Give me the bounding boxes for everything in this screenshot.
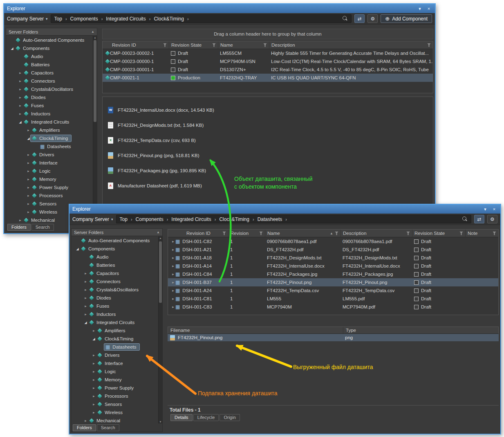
- expand-icon[interactable]: ▸: [171, 288, 175, 293]
- expand-icon[interactable]: ▸: [18, 87, 22, 91]
- sync-button[interactable]: ⇄: [474, 215, 484, 223]
- scroll-up-icon[interactable]: ▲: [93, 36, 97, 39]
- expand-icon[interactable]: ▸: [83, 296, 88, 300]
- server-selector[interactable]: Company Server ▾: [7, 16, 48, 22]
- expand-icon[interactable]: ▸: [171, 305, 175, 309]
- tree-item-connectors[interactable]: ▸Connectors: [72, 277, 158, 286]
- tree-item-components[interactable]: ◢Components: [7, 44, 92, 52]
- column-header-note[interactable]: Note: [465, 230, 498, 237]
- tab-lifecycle[interactable]: Lifecycle: [193, 414, 219, 421]
- tree-item-batteries[interactable]: Batteries: [7, 61, 92, 69]
- tree-item-logic[interactable]: ▸Logic: [72, 367, 158, 376]
- expand-icon[interactable]: ▸: [171, 280, 175, 284]
- tree-item-sensors[interactable]: ▸Sensors: [72, 400, 158, 408]
- expand-icon[interactable]: ▸: [18, 104, 22, 108]
- panel-dropdown-icon[interactable]: ▾: [482, 207, 488, 212]
- server-selector[interactable]: Company Server ▾: [72, 216, 113, 222]
- expand-icon[interactable]: ▸: [18, 218, 22, 222]
- tree-item-fuses[interactable]: ▸Fuses: [72, 302, 158, 310]
- component-row-lm555cm[interactable]: CMP-00023-00002-1DraftLM555CMHighly Stab…: [103, 49, 433, 57]
- tree-item-power-supply[interactable]: ▸Power Supply: [7, 183, 92, 191]
- tree-item-wireless[interactable]: ▸Wireless: [72, 408, 158, 417]
- breadcrumb-item-top[interactable]: Top: [120, 216, 128, 222]
- tab-search[interactable]: Search: [97, 424, 119, 431]
- expand-icon[interactable]: ▸: [92, 361, 96, 365]
- column-header-revision[interactable]: Revision: [228, 230, 265, 237]
- expand-icon[interactable]: ▸: [171, 248, 175, 252]
- tree-item-datasheets[interactable]: ▦Datasheets: [7, 142, 92, 151]
- datasheet-row-dsh-001-c84[interactable]: ▸▦DSH-001-C841FT4232H_Packages.jpgFT4232…: [168, 270, 498, 278]
- component-row-mcp7940m-i-sn[interactable]: CMP-00023-00000-1DraftMCP7940M-I/SNLow-C…: [103, 57, 433, 65]
- tree-item-mechanical[interactable]: ▸Mechanical: [72, 417, 158, 423]
- column-header-type[interactable]: Type: [343, 327, 498, 333]
- filter-funnel-icon[interactable]: [459, 232, 463, 235]
- filter-funnel-icon[interactable]: [259, 232, 263, 235]
- expand-icon[interactable]: ▸: [92, 410, 96, 414]
- tree-item-integrated-circuits[interactable]: ◢Integrated Circuits: [7, 118, 92, 126]
- expand-icon[interactable]: ▸: [26, 153, 31, 157]
- tree-item-drivers[interactable]: ▸Drivers: [7, 151, 92, 159]
- close-icon[interactable]: ×: [491, 207, 497, 212]
- filter-funnel-icon[interactable]: [493, 232, 496, 235]
- tree-item-crystals-oscillators[interactable]: ▸Crystals&Oscillators: [7, 85, 92, 93]
- attachment-item-ft4232h-internaluse-docx[interactable]: WFT4232H_InternalUse.docx (docx, 14.543 …: [103, 102, 433, 117]
- expand-icon[interactable]: ▸: [26, 161, 31, 165]
- tree-item-drivers[interactable]: ▸Drivers: [72, 351, 158, 359]
- component-row-ft4232hq-tray[interactable]: CMP-00021-1ProductionFT4232HQ-TRAYIC USB…: [103, 74, 433, 82]
- server-folders-header[interactable]: Server Folders ▲: [6, 28, 97, 36]
- scroll-up-icon[interactable]: ▲: [159, 237, 162, 239]
- filter-funnel-icon[interactable]: [212, 43, 216, 47]
- scroll-down-icon[interactable]: ▼: [159, 421, 162, 423]
- column-header-revision-state[interactable]: Revision State: [412, 230, 465, 237]
- tree-item-clock-timing[interactable]: ◢Clock&Timing: [72, 335, 158, 343]
- expand-icon[interactable]: ▸: [26, 177, 31, 181]
- expand-icon[interactable]: ▸: [92, 329, 96, 333]
- datasheet-file-row[interactable]: FT4232H_Pinout.pngpng: [168, 334, 499, 341]
- breadcrumb-item-clock-timing[interactable]: Clock&Timing: [154, 16, 184, 22]
- tree-item-diodes[interactable]: ▸Diodes: [7, 93, 92, 101]
- tree-item-crystals-oscillators[interactable]: ▸Crystals&Oscillators: [72, 286, 158, 294]
- expand-icon[interactable]: ▸: [83, 288, 88, 292]
- filter-funnel-icon[interactable]: [263, 43, 267, 47]
- tree-item-capacitors[interactable]: ▸Capacitors: [7, 69, 92, 77]
- datasheet-row-dsh-001-c82[interactable]: ▸▦DSH-001-C8210900766b8078aea1.pdf090076…: [168, 237, 498, 246]
- tree-scrollbar[interactable]: ▲ ▼: [158, 237, 162, 423]
- filter-funnel-icon[interactable]: [427, 43, 431, 47]
- search-icon[interactable]: [462, 216, 468, 222]
- column-header-revision-id[interactable]: Revision ID: [103, 41, 169, 49]
- scrollbar-thumb[interactable]: [159, 241, 162, 303]
- close-icon[interactable]: ×: [426, 6, 432, 11]
- expand-icon[interactable]: ▸: [83, 419, 88, 423]
- tab-origin[interactable]: Origin: [220, 414, 240, 421]
- expand-icon[interactable]: ▸: [92, 386, 96, 390]
- settings-button[interactable]: ⚙: [487, 215, 497, 223]
- tree-item-clock-timing[interactable]: ◢Clock&Timing: [7, 134, 92, 142]
- expand-icon[interactable]: ▸: [92, 353, 96, 357]
- expand-icon[interactable]: ▸: [171, 297, 175, 301]
- tree-item-inductors[interactable]: ▸Inductors: [72, 310, 158, 318]
- expand-icon[interactable]: ▸: [171, 272, 175, 276]
- tree-item-processors[interactable]: ▸Processors: [72, 392, 158, 400]
- tree-item-diodes[interactable]: ▸Diodes: [72, 294, 158, 302]
- expand-icon[interactable]: ▸: [83, 271, 88, 275]
- tree-item-amplifiers[interactable]: ▸Amplifiers: [72, 327, 158, 335]
- settings-button[interactable]: ⚙: [367, 14, 378, 23]
- expand-icon[interactable]: ▸: [92, 369, 96, 374]
- tree-item-connectors[interactable]: ▸Connectors: [7, 77, 92, 85]
- collapse-icon[interactable]: ◢: [83, 321, 88, 324]
- window2-titlebar[interactable]: Explorer ▾ ×: [69, 205, 500, 214]
- column-header-description[interactable]: Description: [340, 230, 412, 237]
- expand-icon[interactable]: ▸: [18, 112, 22, 116]
- column-header-name[interactable]: Name▲: [265, 230, 340, 237]
- expand-icon[interactable]: ▸: [83, 312, 88, 316]
- expand-icon[interactable]: ▸: [92, 394, 96, 398]
- expand-icon[interactable]: ▸: [18, 71, 22, 75]
- filter-funnel-icon[interactable]: [335, 232, 338, 235]
- tree-item-processors[interactable]: ▸Processors: [7, 191, 92, 200]
- datasheet-row-dsh-001-c81[interactable]: ▸▦DSH-001-C811LM555LM555.pdfDraft: [168, 295, 498, 303]
- tree-item-datasheets[interactable]: ▦Datasheets: [72, 343, 158, 351]
- column-header-name[interactable]: Name: [218, 41, 269, 49]
- tree-item-inductors[interactable]: ▸Inductors: [7, 110, 92, 118]
- expand-icon[interactable]: ▸: [26, 185, 31, 189]
- expand-icon[interactable]: ▸: [26, 169, 31, 173]
